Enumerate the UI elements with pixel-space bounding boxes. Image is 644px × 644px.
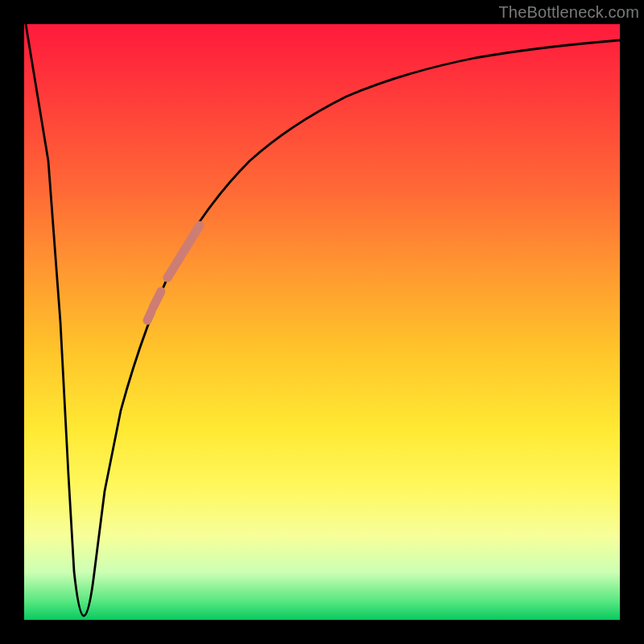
chart-frame: TheBottleneck.com bbox=[0, 0, 644, 644]
curve-svg bbox=[24, 24, 620, 620]
highlight-segment-lower-a bbox=[153, 291, 161, 308]
highlight-segment-upper bbox=[167, 225, 200, 278]
bottleneck-curve bbox=[26, 24, 620, 616]
watermark-text: TheBottleneck.com bbox=[498, 3, 639, 22]
plot-area bbox=[24, 24, 620, 620]
highlight-segment-lower-b bbox=[147, 312, 151, 320]
